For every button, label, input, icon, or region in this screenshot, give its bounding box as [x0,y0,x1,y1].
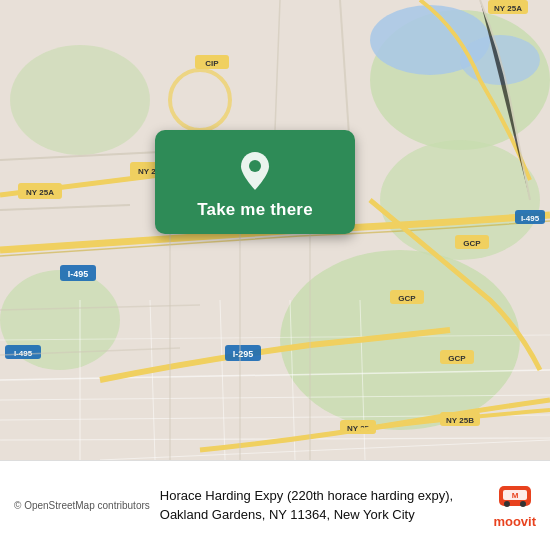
svg-point-4 [280,250,520,430]
osm-copyright: © OpenStreetMap contributors [14,500,150,511]
take-me-there-label: Take me there [197,200,313,220]
svg-text:CIP: CIP [205,59,219,68]
svg-point-60 [504,501,510,507]
svg-text:NY 25A: NY 25A [26,188,54,197]
svg-text:I-495: I-495 [521,214,540,223]
svg-text:GCP: GCP [448,354,466,363]
address-text: Horace Harding Expy (220th horace hardin… [160,487,484,523]
svg-text:M: M [511,491,518,500]
svg-text:GCP: GCP [463,239,481,248]
moovit-label: moovit [493,514,536,529]
address-line1: Horace Harding Expy (220th horace hardin… [160,488,453,503]
svg-text:GCP: GCP [398,294,416,303]
location-pin-icon [233,148,277,192]
svg-point-5 [10,45,150,155]
svg-point-61 [520,501,526,507]
moovit-logo: M moovit [493,482,536,529]
svg-point-57 [249,160,261,172]
svg-text:I-495: I-495 [68,269,89,279]
info-bar: © OpenStreetMap contributors Horace Hard… [0,460,550,550]
address-line2: Oakland Gardens, NY 11364, New York City [160,507,415,522]
take-me-there-card[interactable]: Take me there [155,130,355,234]
map-container: 495 I-495 I-295 NY 25A NY 25A NY 25 NY 2… [0,0,550,460]
svg-text:NY 25A: NY 25A [494,4,522,13]
svg-text:NY 25B: NY 25B [446,416,474,425]
svg-text:I-295: I-295 [233,349,254,359]
moovit-icon: M [497,482,533,510]
